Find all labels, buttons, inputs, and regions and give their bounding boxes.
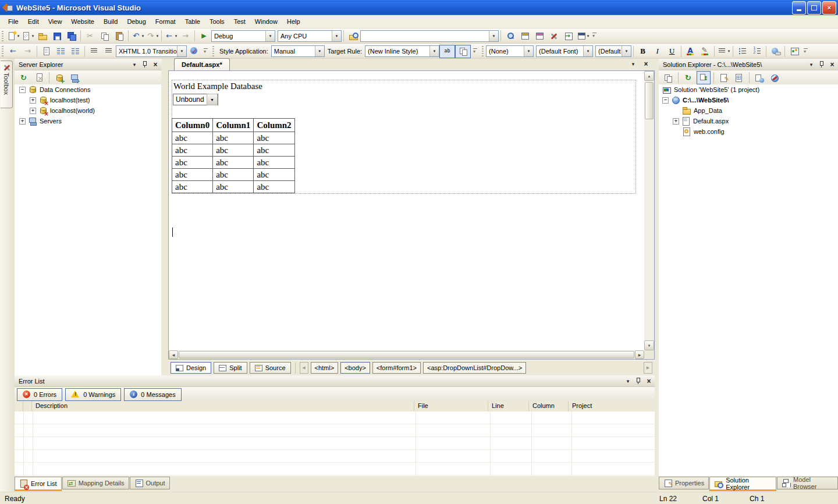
split-view-button[interactable]: Split <box>214 362 247 374</box>
tab-default-aspx[interactable]: Default.aspx* <box>174 58 230 70</box>
window-position-menu-icon[interactable]: ▾ <box>130 61 139 69</box>
messages-filter-button[interactable]: i0 Messages <box>124 388 181 401</box>
refresh-button[interactable] <box>681 71 695 84</box>
tag-form[interactable]: <form#form1> <box>372 362 421 374</box>
source-view-button[interactable]: Source <box>250 362 291 374</box>
menu-tools[interactable]: Tools <box>205 16 229 27</box>
start-page-button[interactable] <box>561 30 576 42</box>
solution-explorer-button[interactable] <box>503 30 517 42</box>
tree-item-default-aspx[interactable]: + Default.aspx <box>659 116 838 126</box>
scroll-down-button[interactable]: ▼ <box>644 340 654 350</box>
close-icon[interactable]: × <box>828 61 836 69</box>
find-combo[interactable] <box>360 30 499 42</box>
tree-item-localhost-world[interactable]: + × localhost(world) <box>15 105 161 116</box>
column-column-header[interactable]: Column <box>529 401 569 411</box>
font-size-combo[interactable]: (Default <box>595 45 631 57</box>
doctype-combo[interactable]: XHTML 1.0 Transitional ( <box>116 45 187 57</box>
design-editor[interactable]: World Example Database Unbound Column0 C… <box>168 70 655 360</box>
toolbar-grip[interactable] <box>2 31 3 41</box>
tag-html[interactable]: <html> <box>311 362 339 374</box>
menu-view[interactable]: View <box>44 16 67 27</box>
stop-refresh-button[interactable] <box>32 71 46 84</box>
pin-icon[interactable] <box>141 61 149 69</box>
column-project-header[interactable]: Project <box>569 401 655 411</box>
navigate-forward-button[interactable]: → <box>178 30 193 42</box>
connect-to-server-button[interactable]: + <box>68 71 81 84</box>
nav-back-button-2[interactable]: ← <box>6 45 20 58</box>
menu-debug[interactable]: Debug <box>122 16 150 27</box>
start-debugging-button[interactable]: ▶ <box>197 30 211 42</box>
view-designer-button[interactable] <box>732 71 746 84</box>
horizontal-scrollbar[interactable]: ◀ ▶ <box>169 350 644 359</box>
command-window-button[interactable]: ▾ <box>576 30 590 42</box>
vertical-scroll-thumb[interactable] <box>645 82 654 119</box>
toolbar-options-chevron[interactable] <box>203 46 210 57</box>
collapse-icon[interactable]: − <box>662 97 669 104</box>
pin-icon[interactable] <box>818 61 826 69</box>
scroll-up-button[interactable]: ▲ <box>644 71 654 81</box>
tree-item-website-project[interactable]: − C:\...\WebSite5\ <box>659 95 838 105</box>
connect-to-database-button[interactable]: + <box>52 71 66 84</box>
menu-test[interactable]: Test <box>229 16 250 27</box>
view-code-button[interactable] <box>717 71 731 84</box>
copy-web-site-button[interactable] <box>752 71 766 84</box>
close-button[interactable]: × <box>822 1 836 15</box>
menu-website[interactable]: Website <box>66 16 99 27</box>
gridview-control[interactable]: Column0 Column1 Column2 abcabcabc abcabc… <box>172 118 295 193</box>
active-files-menu-icon[interactable]: ▾ <box>629 60 637 68</box>
close-document-icon[interactable]: × <box>642 60 650 68</box>
expand-icon[interactable]: + <box>673 118 679 125</box>
expand-icon[interactable]: + <box>30 97 36 104</box>
expand-icon[interactable]: + <box>19 118 26 125</box>
check-page-validation-button[interactable] <box>187 45 201 58</box>
menu-file[interactable]: File <box>3 16 23 27</box>
foreground-color-button[interactable] <box>683 45 698 58</box>
menu-format[interactable]: Format <box>151 16 180 27</box>
tab-output[interactable]: Output <box>130 477 170 489</box>
error-list-body[interactable] <box>15 411 655 476</box>
tab-mapping-details[interactable]: Mapping Details <box>62 477 129 489</box>
collapse-icon[interactable]: − <box>19 87 26 93</box>
navigate-backward-button[interactable]: ←▾ <box>164 30 178 42</box>
save-button[interactable] <box>49 30 64 42</box>
tag-nav-right-button[interactable]: ▶ <box>644 362 652 374</box>
combo-dropdown-button[interactable] <box>265 31 275 41</box>
toolbox-button[interactable] <box>546 30 561 42</box>
properties-button[interactable] <box>661 71 675 84</box>
nest-related-files-button[interactable] <box>697 71 711 84</box>
italic-button[interactable]: I <box>650 45 665 58</box>
font-name-combo[interactable]: (Default Font) <box>536 45 593 57</box>
object-browser-button[interactable] <box>532 30 546 42</box>
solution-configuration-combo[interactable]: Debug <box>211 30 275 42</box>
toolbar-grip[interactable] <box>212 46 214 56</box>
errors-filter-button[interactable]: ×0 Errors <box>17 388 62 401</box>
combo-dropdown-button[interactable] <box>177 46 186 56</box>
style-application-combo[interactable]: Manual <box>271 45 325 57</box>
new-website-button[interactable]: ▾ <box>6 30 20 42</box>
combo-dropdown-button[interactable] <box>489 31 498 41</box>
aspnet-configuration-button[interactable] <box>768 71 782 84</box>
menu-edit[interactable]: Edit <box>23 16 44 27</box>
style-overlay-button[interactable] <box>455 45 471 58</box>
add-new-item-button[interactable]: ▾ <box>20 30 35 42</box>
combo-dropdown-button[interactable] <box>315 46 324 56</box>
minimize-button[interactable] <box>792 1 806 15</box>
find-in-files-button[interactable] <box>346 30 360 42</box>
horizontal-scroll-thumb[interactable] <box>179 351 634 359</box>
design-view-button[interactable]: Design <box>171 362 211 374</box>
format-document-button[interactable] <box>39 45 54 58</box>
toolbar-options-chevron[interactable] <box>591 30 598 41</box>
bullet-list-button[interactable] <box>735 45 750 58</box>
css-class-combo[interactable]: (None) <box>486 45 534 57</box>
paste-button[interactable] <box>112 30 126 42</box>
design-heading-text[interactable]: World Example Database <box>173 81 262 91</box>
undo-button[interactable]: ↶▾ <box>130 30 145 42</box>
tree-item-web-config[interactable]: web.config <box>659 126 838 137</box>
pin-icon[interactable] <box>634 377 642 385</box>
toolbar-grip[interactable] <box>2 46 3 56</box>
target-rule-combo[interactable]: (New Inline Style) <box>365 45 439 57</box>
window-position-menu-icon[interactable]: ▾ <box>807 61 815 69</box>
menu-help[interactable]: Help <box>282 16 305 27</box>
insert-image-button[interactable] <box>787 45 801 58</box>
combo-dropdown-button[interactable] <box>429 46 439 56</box>
